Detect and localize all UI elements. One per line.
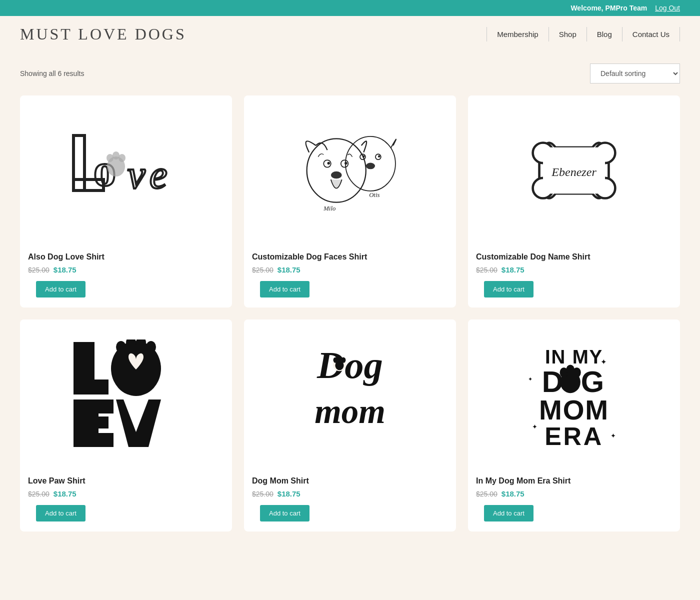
user-name: PMPro Team: [605, 4, 647, 12]
svg-rect-0: [74, 136, 84, 190]
price-sale: $18.75: [502, 490, 524, 498]
svg-text:G: G: [581, 365, 604, 398]
svg-text:✦: ✦: [528, 376, 532, 382]
product-card: o v e Also Dog Love Shirt $25.00 $18.75: [20, 96, 232, 308]
product-info: Love Paw Shirt $25.00 $18.75 Add to cart: [20, 470, 232, 522]
product-image: Dog mom: [244, 320, 456, 470]
site-header: MUST LOVE DOGS Membership Shop Blog Cont…: [0, 16, 700, 48]
svg-text:mom: mom: [314, 392, 386, 430]
svg-point-17: [362, 156, 365, 158]
add-to-cart-button[interactable]: Add to cart: [36, 281, 86, 298]
welcome-text: Welcome,: [570, 4, 603, 12]
svg-point-19: [378, 156, 380, 158]
product-title: In My Dog Mom Era Shirt: [476, 476, 672, 486]
add-to-cart-button[interactable]: Add to cart: [36, 505, 86, 522]
nav-shop[interactable]: Shop: [549, 27, 587, 42]
main-content: Showing all 6 results Default sorting o: [0, 48, 700, 552]
add-to-cart-button[interactable]: Add to cart: [484, 505, 534, 522]
product-info: Dog Mom Shirt $25.00 $18.75 Add to cart: [244, 470, 456, 522]
price-original: $25.00: [252, 490, 274, 498]
site-title: MUST LOVE DOGS: [20, 25, 186, 44]
product-image: Milo Otis: [244, 96, 456, 246]
svg-text:MOM: MOM: [539, 394, 609, 426]
product-price: $25.00 $18.75: [28, 266, 224, 274]
product-title: Customizable Dog Faces Shirt: [252, 252, 448, 262]
product-card: Dog mom Dog Mom Shirt $25.00 $18.75: [244, 320, 456, 532]
product-title: Customizable Dog Name Shirt: [476, 252, 672, 262]
svg-marker-40: [116, 400, 161, 447]
product-card: Love Paw Shirt $25.00 $18.75 Add to cart: [20, 320, 232, 532]
svg-rect-39: [74, 433, 114, 447]
svg-text:✦: ✦: [532, 423, 538, 430]
price-sale: $18.75: [502, 266, 524, 274]
svg-point-20: [366, 163, 375, 170]
svg-point-11: [328, 162, 330, 164]
product-info: In My Dog Mom Era Shirt $25.00 $18.75 Ad…: [468, 470, 680, 522]
svg-point-5: [112, 152, 120, 160]
svg-text:Dog: Dog: [316, 344, 383, 386]
price-original: $25.00: [476, 490, 498, 498]
nav-contact[interactable]: Contact Us: [622, 27, 680, 42]
product-price: $25.00 $18.75: [476, 490, 672, 498]
product-title: Also Dog Love Shirt: [28, 252, 224, 262]
product-card: IN MY D G ✦ ✦ MOM ERA: [468, 320, 680, 532]
product-info: Customizable Dog Name Shirt $25.00 $18.7…: [468, 246, 680, 298]
price-original: $25.00: [252, 266, 274, 274]
svg-rect-30: [74, 380, 108, 394]
svg-text:ERA: ERA: [544, 422, 603, 450]
price-original: $25.00: [28, 266, 50, 274]
svg-point-35: [146, 341, 156, 353]
add-to-cart-button[interactable]: Add to cart: [260, 281, 310, 298]
sort-select[interactable]: Default sorting: [590, 64, 680, 84]
product-image: IN MY D G ✦ ✦ MOM ERA: [468, 320, 680, 470]
price-original: $25.00: [28, 490, 50, 498]
product-price: $25.00 $18.75: [252, 490, 448, 498]
svg-text:IN MY: IN MY: [545, 346, 603, 368]
svg-text:v: v: [128, 152, 146, 196]
svg-text:D: D: [542, 365, 564, 398]
product-image: o v e: [20, 96, 232, 246]
welcome-message: Welcome, PMPro Team: [570, 4, 647, 12]
add-to-cart-button[interactable]: Add to cart: [484, 281, 534, 298]
svg-point-32: [116, 341, 126, 353]
svg-point-9: [307, 138, 366, 202]
svg-point-4: [106, 154, 114, 162]
nav-blog[interactable]: Blog: [587, 27, 622, 42]
price-original: $25.00: [476, 266, 498, 274]
top-bar: Welcome, PMPro Team Log Out: [0, 0, 700, 16]
product-title: Love Paw Shirt: [28, 476, 224, 486]
svg-point-14: [331, 172, 342, 179]
price-sale: $18.75: [278, 266, 300, 274]
price-sale: $18.75: [54, 490, 76, 498]
main-nav: Membership Shop Blog Contact Us: [486, 27, 680, 42]
svg-text:e: e: [150, 152, 168, 196]
shop-header: Showing all 6 results Default sorting: [20, 64, 680, 84]
product-info: Also Dog Love Shirt $25.00 $18.75 Add to…: [20, 246, 232, 298]
svg-text:Milo: Milo: [323, 205, 336, 212]
product-card: Ebenezer Customizable Dog Name Shirt $25…: [468, 96, 680, 308]
nav-membership[interactable]: Membership: [486, 27, 549, 42]
svg-text:Ebenezer: Ebenezer: [551, 166, 596, 178]
product-card: Milo Otis Customizable Dog Faces Shirt $…: [244, 96, 456, 308]
svg-point-46: [341, 357, 346, 362]
product-image: Ebenezer: [468, 96, 680, 246]
svg-point-6: [118, 154, 126, 162]
svg-rect-37: [74, 400, 114, 414]
product-price: $25.00 $18.75: [28, 490, 224, 498]
product-info: Customizable Dog Faces Shirt $25.00 $18.…: [244, 246, 456, 298]
product-grid: o v e Also Dog Love Shirt $25.00 $18.75: [20, 96, 680, 532]
svg-text:✦: ✦: [570, 400, 574, 406]
svg-text:✦: ✦: [600, 358, 607, 366]
product-image: [20, 320, 232, 470]
add-to-cart-button[interactable]: Add to cart: [260, 505, 310, 522]
product-price: $25.00 $18.75: [252, 266, 448, 274]
svg-text:Otis: Otis: [369, 192, 380, 198]
svg-rect-38: [74, 416, 108, 428]
svg-point-53: [572, 368, 581, 378]
product-price: $25.00 $18.75: [476, 266, 672, 274]
product-title: Dog Mom Shirt: [252, 476, 448, 486]
price-sale: $18.75: [54, 266, 76, 274]
price-sale: $18.75: [278, 490, 300, 498]
logout-button[interactable]: Log Out: [655, 4, 680, 12]
results-count: Showing all 6 results: [20, 70, 84, 78]
